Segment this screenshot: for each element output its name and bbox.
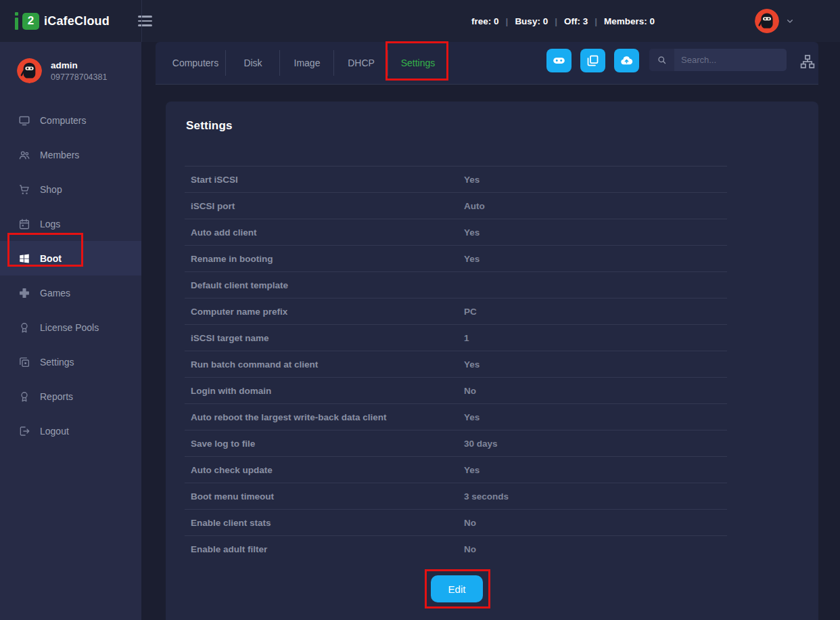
setting-label: Enable client stats (185, 518, 464, 528)
stat-separator: | (594, 16, 597, 26)
setting-label: Auto reboot the largest write-back data … (185, 412, 464, 422)
user-block: admin 097778704381 (0, 42, 141, 83)
sidebar-item-license-pools[interactable]: License Pools (0, 310, 141, 345)
search-box (649, 49, 787, 71)
sidebar-item-label: License Pools (40, 322, 99, 333)
setting-label: Boot menu timeout (185, 491, 464, 502)
logo-i-glyph (15, 12, 19, 30)
account-menu-button[interactable] (755, 9, 795, 33)
people-icon (18, 149, 30, 161)
setting-label: Save log to file (185, 439, 464, 449)
setting-label: iSCSI target name (185, 333, 464, 343)
sidebar-item-settings[interactable]: Settings (0, 345, 141, 379)
sidebar-item-label: Computers (40, 115, 86, 126)
stat-busy: Busy: 0 (515, 16, 548, 26)
main-content: ComputersDiskImageDHCPSettings Settings … (141, 42, 840, 620)
table-row: Start iSCSIYes (185, 166, 727, 192)
cart-icon (18, 183, 30, 196)
search-input[interactable] (674, 55, 776, 65)
badge-icon (18, 322, 30, 334)
sidebar-item-logs[interactable]: Logs (0, 206, 141, 241)
search-icon[interactable] (649, 49, 674, 71)
table-row: Enable client statsNo (185, 509, 727, 535)
table-row: Login with domainNo (185, 377, 727, 403)
logo-mark: 2 (22, 13, 39, 30)
cloud-upload-button[interactable] (614, 49, 639, 72)
controller-icon (552, 53, 566, 68)
setting-label: Enable adult filter (185, 544, 464, 554)
tab-dhcp[interactable]: DHCP (334, 42, 388, 84)
user-name: admin (51, 60, 107, 70)
hamburger-menu-icon[interactable] (138, 16, 152, 26)
logout-icon (18, 425, 30, 437)
setting-label: Auto check update (185, 465, 464, 475)
sidebar-item-shop[interactable]: Shop (0, 172, 141, 206)
sidebar-item-label: Games (40, 288, 70, 298)
setting-value: Yes (464, 412, 480, 422)
sidebar-item-computers[interactable]: Computers (0, 103, 141, 137)
setting-value: No (464, 386, 476, 396)
setting-label: Login with domain (185, 386, 464, 396)
table-row: Save log to file30 days (185, 430, 727, 456)
tab-settings[interactable]: Settings (388, 42, 448, 84)
header-divider (141, 0, 142, 42)
copy-button[interactable] (580, 49, 605, 72)
top-header: 2 iCafeCloud free: 0|Busy: 0|Off: 3|Memb… (0, 0, 840, 42)
table-row: Default client template (185, 271, 727, 298)
badge-icon (18, 391, 30, 403)
table-row: Enable adult filterNo (185, 535, 727, 562)
table-row: Boot menu timeout3 seconds (185, 483, 727, 509)
sidebar-item-label: Boot (40, 253, 62, 264)
setting-label: Start iSCSI (185, 175, 464, 185)
tab-computers[interactable]: Computers (165, 42, 226, 84)
tab-disk[interactable]: Disk (226, 42, 280, 84)
sidebar-item-logout[interactable]: Logout (0, 414, 141, 448)
tab-image[interactable]: Image (280, 42, 334, 84)
sidebar: admin 097778704381 ComputersMembersShopL… (0, 42, 141, 620)
setting-value: Yes (464, 465, 480, 475)
setting-value: No (464, 544, 476, 554)
table-row: iSCSI target name1 (185, 324, 727, 351)
dpad-icon (18, 287, 30, 299)
user-avatar (17, 58, 42, 83)
setting-value: Yes (464, 227, 480, 238)
stat-separator: | (506, 16, 509, 26)
sidebar-item-members[interactable]: Members (0, 137, 141, 172)
table-row: Run batch command at clientYes (185, 351, 727, 377)
setting-value: PC (464, 307, 477, 317)
setting-label: Default client template (185, 280, 464, 290)
setting-label: Computer name prefix (185, 307, 464, 317)
setting-value: 30 days (464, 439, 498, 449)
status-counters: free: 0|Busy: 0|Off: 3|Members: 0 (471, 16, 655, 26)
table-row: Computer name prefixPC (185, 298, 727, 324)
edit-button[interactable]: Edit (431, 575, 483, 602)
setting-label: Rename in booting (185, 254, 464, 264)
sidebar-item-label: Logout (40, 426, 69, 437)
setting-value: 3 seconds (464, 491, 509, 502)
copy-icon (586, 53, 600, 68)
sidebar-item-games[interactable]: Games (0, 275, 141, 310)
sidebar-item-label: Shop (40, 184, 62, 195)
stat-free: free: 0 (471, 16, 499, 26)
table-row: iSCSI portAuto (185, 192, 727, 219)
chevron-down-icon (785, 16, 795, 26)
sidebar-item-boot[interactable]: Boot (0, 241, 141, 275)
app-logo[interactable]: 2 iCafeCloud (15, 12, 110, 30)
controller-button[interactable] (546, 49, 571, 72)
stat-separator: | (555, 16, 557, 26)
ninja-avatar-icon (755, 9, 779, 33)
monitor-icon (18, 114, 30, 127)
sitemap-icon[interactable] (799, 53, 816, 70)
panel-title: Settings (186, 119, 233, 133)
sidebar-item-label: Reports (40, 391, 73, 402)
stat-members: Members: 0 (604, 16, 655, 26)
setting-value: Yes (464, 359, 480, 370)
sidebar-item-label: Logs (40, 219, 60, 229)
table-row: Auto reboot the largest write-back data … (185, 403, 727, 430)
stat-off: Off: 3 (564, 16, 588, 26)
cloud-upload-icon (620, 53, 634, 68)
calendar-icon (18, 218, 30, 230)
sidebar-item-reports[interactable]: Reports (0, 379, 141, 414)
settings-table: Start iSCSIYesiSCSI portAutoAuto add cli… (185, 166, 727, 562)
setting-label: Auto add client (185, 227, 464, 238)
